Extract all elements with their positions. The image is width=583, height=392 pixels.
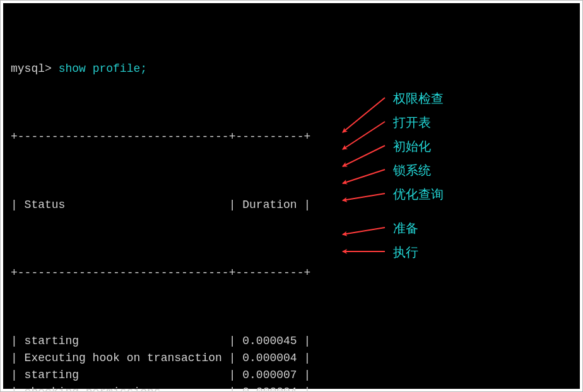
annotation-arrow	[343, 170, 385, 183]
terminal[interactable]: mysql> show profile; +------------------…	[3, 3, 580, 389]
annotation-label: 准备	[393, 220, 418, 237]
table-body: | starting | 0.000045 || Executing hook …	[11, 333, 580, 392]
table-row: | Executing hook on transaction | 0.0000…	[11, 350, 580, 367]
annotation-arrow	[343, 98, 385, 132]
table-row: | starting | 0.000045 |	[11, 333, 580, 350]
annotation-label: 权限检查	[393, 90, 444, 107]
mysql-prompt: mysql>	[11, 62, 59, 75]
table-border-mid: +-------------------------------+-------…	[11, 265, 580, 282]
table-row: | starting | 0.000007 |	[11, 367, 580, 384]
table-row: | checking permissions | 0.000004 |	[11, 384, 580, 392]
table-border-top: +-------------------------------+-------…	[11, 129, 580, 146]
prompt-line: mysql> show profile;	[11, 61, 580, 78]
terminal-window: mysql> show profile; +------------------…	[0, 0, 583, 392]
annotation-label: 锁系统	[393, 162, 431, 179]
annotation-arrow	[343, 146, 385, 166]
annotation-arrow	[343, 228, 385, 234]
annotation-label: 执行	[393, 244, 418, 261]
table-header: | Status | Duration |	[11, 197, 580, 214]
command-text: show profile;	[59, 62, 147, 75]
